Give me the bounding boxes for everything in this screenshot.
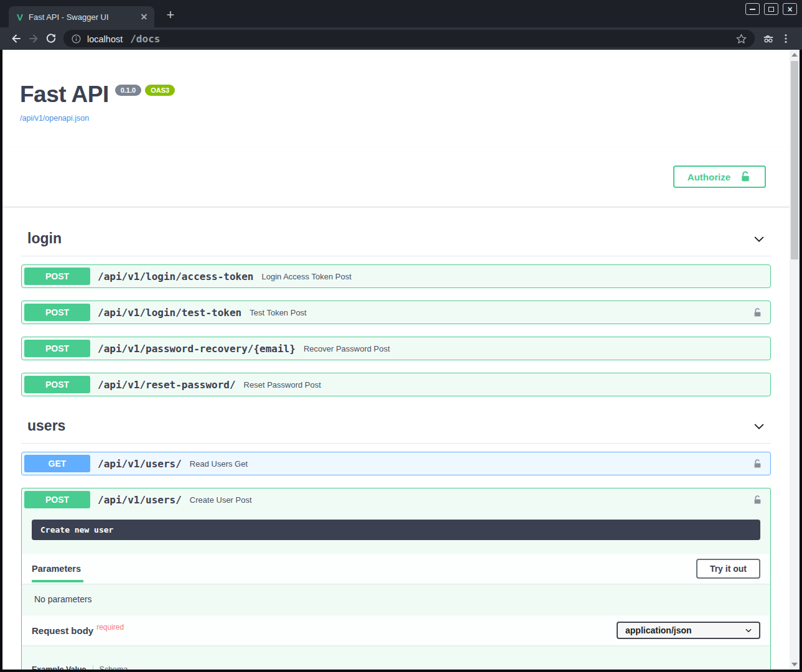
endpoint-path: /api/v1/login/test-token	[98, 307, 241, 319]
forward-arrow-icon	[27, 32, 40, 45]
back-arrow-icon	[10, 32, 22, 45]
incognito-indicator-icon	[760, 30, 777, 47]
endpoint-expanded: POST /api/v1/users/ Create User Post Cre…	[21, 488, 771, 670]
chevron-down-icon[interactable]	[752, 419, 766, 433]
tab-divider	[93, 665, 93, 670]
window-controls: ×	[745, 3, 797, 15]
endpoint-row[interactable]: POST /api/v1/password-recovery/{email} R…	[21, 337, 771, 360]
unlock-icon	[752, 495, 763, 505]
minimize-button[interactable]	[745, 3, 760, 15]
endpoint-row[interactable]: POST /api/v1/reset-password/ Reset Passw…	[21, 373, 771, 396]
auth-lock-button[interactable]	[752, 307, 763, 318]
endpoint-body: Create new user Parameters Try it out No…	[22, 511, 770, 670]
endpoint-summary: Create User Post	[190, 495, 252, 505]
media-type-select[interactable]: application/json	[617, 622, 760, 639]
tab-schema[interactable]: Schema	[100, 665, 128, 670]
endpoint-path: /api/v1/password-recovery/{email}	[98, 343, 296, 355]
method-badge: POST	[24, 340, 90, 357]
request-body-header: Request bodyrequired application/json	[22, 615, 770, 645]
auth-lock-button[interactable]	[752, 459, 763, 469]
scheme-container: Authorize	[2, 147, 790, 207]
model-example: Example Value Schema {	[22, 645, 770, 670]
scroll-up-arrow-icon[interactable]	[791, 53, 798, 57]
browser-toolbar: localhost/docs	[0, 27, 802, 50]
fastapi-favicon-icon: V	[17, 12, 23, 22]
section-users-header[interactable]: users	[21, 413, 771, 444]
auth-lock-button[interactable]	[752, 495, 763, 505]
endpoint-row[interactable]: POST /api/v1/users/ Create User Post	[22, 488, 770, 511]
tab-example-value[interactable]: Example Value	[32, 665, 86, 670]
endpoint-summary: Login Access Token Post	[261, 272, 351, 281]
forward-button[interactable]	[25, 30, 42, 47]
tab-title: Fast API - Swagger UI	[29, 12, 137, 22]
tab-bar: V Fast API - Swagger UI + ×	[0, 0, 802, 27]
endpoint-summary: Read Users Get	[190, 459, 248, 469]
url-host: localhost	[87, 34, 123, 44]
page-scrollbar[interactable]	[790, 50, 800, 670]
openapi-spec-link[interactable]: /api/v1/openapi.json	[20, 114, 89, 123]
section-title: login	[27, 230, 62, 247]
required-badge: required	[96, 623, 124, 632]
method-badge: POST	[24, 268, 90, 285]
endpoint-summary: Test Token Post	[249, 308, 307, 317]
close-icon: ×	[787, 5, 792, 14]
endpoint-row[interactable]: GET /api/v1/users/ Read Users Get	[21, 452, 771, 475]
chevron-down-icon[interactable]	[752, 232, 766, 246]
method-badge: POST	[24, 304, 90, 321]
method-badge: POST	[24, 491, 90, 508]
chevron-down-icon	[744, 626, 753, 635]
authorize-button[interactable]: Authorize	[673, 166, 766, 188]
method-badge: POST	[24, 376, 90, 393]
maximize-icon	[768, 7, 774, 12]
close-button[interactable]: ×	[783, 3, 797, 15]
section-login-header[interactable]: login	[21, 225, 771, 256]
minimize-icon	[750, 9, 755, 10]
unlock-icon	[739, 170, 752, 183]
maximize-button[interactable]	[764, 3, 778, 15]
authorize-label: Authorize	[688, 172, 730, 182]
tab-parameters[interactable]: Parameters	[32, 555, 83, 582]
no-parameters-text: No parameters	[22, 584, 770, 615]
kebab-menu-icon	[780, 33, 791, 44]
method-badge: GET	[24, 455, 90, 472]
reload-button[interactable]	[42, 30, 60, 47]
scrollbar-thumb[interactable]	[791, 61, 798, 259]
browser-tab[interactable]: V Fast API - Swagger UI	[9, 6, 154, 27]
endpoint-summary: Recover Password Post	[304, 344, 390, 353]
url-path: /docs	[130, 33, 160, 45]
browser-window: V Fast API - Swagger UI + × localhost/do…	[0, 0, 802, 672]
new-tab-button[interactable]: +	[163, 8, 178, 23]
endpoint-row[interactable]: POST /api/v1/login/access-token Login Ac…	[21, 264, 771, 288]
tab-close-icon[interactable]	[139, 12, 149, 22]
endpoint-row[interactable]: POST /api/v1/login/test-token Test Token…	[21, 301, 771, 324]
endpoint-path: /api/v1/reset-password/	[98, 379, 236, 391]
endpoint-summary: Reset Password Post	[244, 380, 321, 390]
endpoint-description: Create new user	[32, 520, 760, 540]
reload-icon	[45, 32, 57, 45]
endpoint-path: /api/v1/users/	[98, 458, 182, 470]
url-text: localhost/docs	[87, 33, 735, 45]
oas3-badge: OAS3	[145, 85, 175, 96]
unlock-icon	[752, 307, 763, 318]
request-body-label: Request bodyrequired	[32, 625, 124, 636]
page-title: Fast API	[20, 83, 109, 106]
version-badge: 0.1.0	[115, 85, 141, 96]
browser-menu-button[interactable]	[777, 30, 795, 47]
info-icon	[71, 34, 82, 44]
swagger-page: Fast API 0.1.0 OAS3 /api/v1/openapi.json…	[2, 50, 790, 670]
bookmark-star-icon[interactable]	[735, 33, 747, 45]
try-it-out-button[interactable]: Try it out	[696, 559, 760, 579]
parameters-header: Parameters Try it out	[22, 554, 770, 584]
address-bar[interactable]: localhost/docs	[63, 30, 755, 47]
section-login: login POST /api/v1/login/access-token Lo…	[21, 225, 771, 396]
section-title: users	[27, 418, 65, 434]
endpoint-path: /api/v1/login/access-token	[98, 271, 253, 282]
back-button[interactable]	[7, 30, 25, 47]
endpoint-path: /api/v1/users/	[98, 494, 182, 506]
media-type-value: application/json	[625, 625, 692, 635]
unlock-icon	[752, 459, 763, 469]
api-info: Fast API 0.1.0 OAS3 /api/v1/openapi.json	[20, 83, 772, 123]
section-users: users GET /api/v1/users/ Read Users Get …	[21, 413, 771, 670]
scroll-down-arrow-icon[interactable]	[791, 663, 798, 666]
